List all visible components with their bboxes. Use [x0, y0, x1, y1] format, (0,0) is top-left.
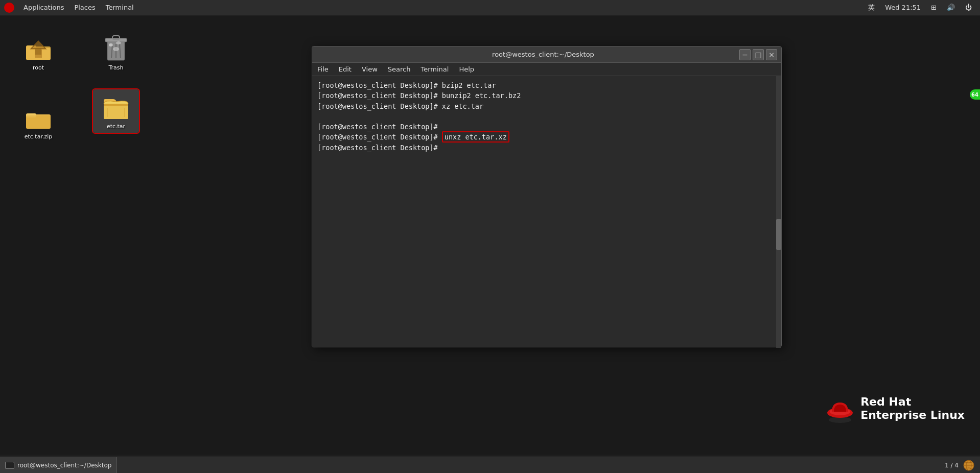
desktop-icon-trash[interactable]: Trash [93, 31, 139, 74]
terminal-line-7: [root@westos_client Desktop]# [317, 143, 776, 153]
taskbar: root@westos_client:~/Desktop 1 / 4 [0, 457, 980, 473]
terminal-scrollbar[interactable] [776, 76, 781, 348]
terminal-scrollbar-thumb[interactable] [776, 219, 781, 250]
desktop-icon-root-label: root [33, 64, 44, 71]
taskbar-workspace-indicator: 1 / 4 [945, 462, 959, 469]
terminal-menu-file[interactable]: File [312, 63, 334, 76]
home-folder-icon [24, 34, 53, 62]
taskbar-terminal-icon [5, 462, 14, 469]
clock: Wed 21:51 [882, 0, 924, 15]
taskbar-terminal-label: root@westos_client:~/Desktop [17, 462, 111, 469]
svg-point-16 [116, 41, 121, 44]
terminal-line-1: [root@westos_client Desktop]# bzip2 etc.… [317, 80, 776, 90]
terminal-menu-help[interactable]: Help [454, 63, 479, 76]
desktop-icon-etc-tar-zip[interactable]: etc.tar.zip [15, 100, 61, 143]
terminal-menu-terminal[interactable]: Terminal [415, 63, 454, 76]
menubar: Applications Places Terminal 英 Wed 21:51… [0, 0, 980, 15]
terminal-menubar: File Edit View Search Terminal Help [312, 63, 781, 76]
terminal-menu-view[interactable]: View [357, 63, 383, 76]
volume-icon[interactable]: 🔊 [944, 0, 958, 15]
desktop-icon-trash-label: Trash [108, 64, 123, 71]
terminal-menu-edit[interactable]: Edit [334, 63, 357, 76]
language-indicator[interactable]: 英 [865, 0, 878, 15]
terminal-minimize-button[interactable]: − [739, 49, 751, 60]
svg-rect-8 [35, 49, 41, 55]
terminal-content[interactable]: [root@westos_client Desktop]# bzip2 etc.… [312, 76, 781, 347]
terminal-close-button[interactable]: × [766, 49, 777, 60]
terminal-line-6: [root@westos_client Desktop]# unxz etc.t… [317, 132, 776, 142]
terminal-line-2: [root@westos_client Desktop]# bunzip2 et… [317, 90, 776, 101]
network-icon[interactable]: ⊞ [928, 0, 940, 15]
redhat-logo-icon [2, 1, 16, 15]
redhat-hat-icon [825, 393, 855, 424]
desktop: root Trash [0, 15, 980, 455]
terminal-controls: − □ × [739, 49, 777, 60]
archive-folder-icon-zip [24, 103, 53, 131]
terminal-line-5: [root@westos_client Desktop]# [317, 122, 776, 132]
terminal-title: root@westos_client:~/Desktop [347, 51, 739, 58]
menubar-applications[interactable]: Applications [18, 0, 69, 15]
taskbar-globe-icon [963, 459, 975, 471]
terminal-line-4 [317, 111, 776, 122]
menubar-places[interactable]: Places [69, 0, 100, 15]
notification-dot[interactable]: 64 [970, 89, 980, 100]
terminal-menu-search[interactable]: Search [383, 63, 416, 76]
svg-rect-20 [26, 115, 51, 129]
desktop-icon-etc-tar-zip-label: etc.tar.zip [25, 133, 53, 140]
archive-folder-icon-tar [102, 92, 130, 121]
terminal-titlebar: root@westos_client:~/Desktop − □ × [312, 46, 781, 63]
taskbar-terminal-item[interactable]: root@westos_client:~/Desktop [0, 457, 117, 473]
menubar-terminal[interactable]: Terminal [101, 0, 139, 15]
desktop-icon-root[interactable]: root [15, 31, 61, 74]
terminal-line-3: [root@westos_client Desktop]# xz etc.tar [317, 101, 776, 111]
svg-point-15 [109, 43, 113, 46]
desktop-icon-etc-tar-label: etc.tar [107, 123, 125, 130]
trash-icon [102, 34, 130, 62]
svg-point-17 [113, 47, 119, 51]
power-icon[interactable]: ⏻ [962, 0, 975, 15]
redhat-logo-area: Red Hat Enterprise Linux [825, 393, 965, 424]
terminal-maximize-button[interactable]: □ [753, 49, 764, 60]
redhat-text: Red Hat Enterprise Linux [860, 395, 965, 422]
terminal-window: root@westos_client:~/Desktop − □ × File … [312, 46, 782, 347]
desktop-icon-etc-tar[interactable]: etc.tar [93, 89, 139, 133]
